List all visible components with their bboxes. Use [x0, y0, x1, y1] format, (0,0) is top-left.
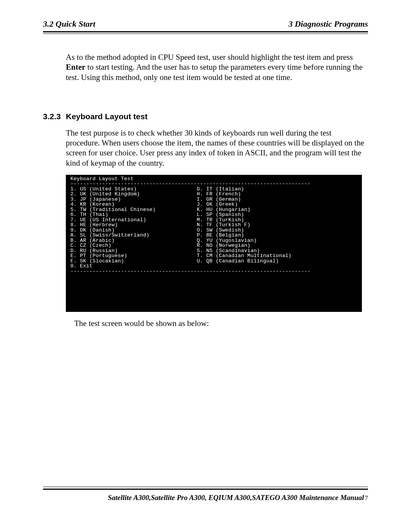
footer-rule-thick: [43, 489, 368, 490]
intro-text-c: to start testing. And the user has to se…: [66, 62, 363, 81]
terminal-text: Keyboard Layout Test -------------------…: [66, 175, 362, 274]
intro-text-a: As to the method adopted in CPU Speed te…: [66, 53, 353, 62]
footer-text: Satellite A300,Satellite Pro A300, EQIUM…: [43, 494, 368, 502]
page-content: 3.2 Quick Start 3 Diagnostic Programs As…: [43, 19, 368, 328]
intro-paragraph: As to the method adopted in CPU Speed te…: [66, 52, 363, 82]
header-right: 3 Diagnostic Programs: [288, 19, 368, 29]
footer-page-number: 7: [365, 494, 368, 502]
section-heading: 3.2.3Keyboard Layout test: [43, 112, 368, 121]
section-title: Keyboard Layout test: [66, 112, 148, 121]
footer-title: Satellite A300,Satellite Pro A300, EQIUM…: [108, 494, 364, 502]
page-footer: Satellite A300,Satellite Pro A300, EQIUM…: [43, 487, 368, 502]
terminal-screenshot: Keyboard Layout Test -------------------…: [66, 175, 362, 312]
after-paragraph: The test screen would be shown as below:: [74, 319, 368, 328]
section-number: 3.2.3: [43, 112, 66, 121]
section-paragraph: The test purpose is to check whether 30 …: [66, 128, 366, 168]
body-content: As to the method adopted in CPU Speed te…: [43, 52, 368, 328]
page-header: 3.2 Quick Start 3 Diagnostic Programs: [43, 19, 368, 32]
intro-enter: Enter: [66, 62, 85, 72]
header-left: 3.2 Quick Start: [43, 19, 96, 29]
